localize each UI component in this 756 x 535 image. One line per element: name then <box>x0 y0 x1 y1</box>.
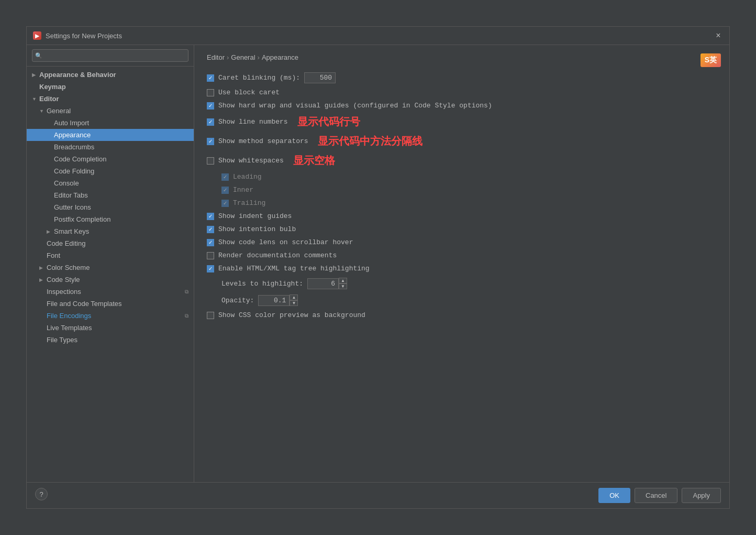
sidebar-item-code-completion[interactable]: Code Completion <box>27 153 194 165</box>
chevron-icon: ▶ <box>32 72 37 78</box>
show-intention-bulb-checkbox[interactable] <box>207 226 214 233</box>
sidebar-item-breadcrumbs[interactable]: Breadcrumbs <box>27 141 194 153</box>
show-css-color-label: Show CSS color preview as background <box>218 311 365 319</box>
use-block-caret-checkbox[interactable] <box>207 89 214 96</box>
sidebar-item-label: Inspections <box>47 288 81 296</box>
show-hard-wrap-checkbox[interactable] <box>207 102 214 110</box>
sidebar-item-editor[interactable]: ▼ Editor <box>27 93 194 105</box>
chevron-icon: ▶ <box>47 229 52 234</box>
leading-row: Leading <box>207 170 717 183</box>
enable-html-xml-checkbox[interactable] <box>207 265 214 272</box>
chevron-icon: ▶ <box>39 265 45 270</box>
show-intention-bulb-row: Show intention bulb <box>207 223 717 236</box>
sidebar-item-inspections[interactable]: Inspections ⧉ <box>27 286 194 298</box>
show-indent-guides-label: Show indent guides <box>218 212 292 220</box>
sidebar-item-gutter-icons[interactable]: Gutter Icons <box>27 201 194 213</box>
ok-button[interactable]: OK <box>598 488 630 503</box>
sidebar-item-label: Code Style <box>47 276 80 283</box>
title-bar: ▶ Settings for New Projects × <box>27 27 729 45</box>
sidebar-item-label: Editor <box>39 95 59 103</box>
sidebar-item-smart-keys[interactable]: ▶ Smart Keys <box>27 225 194 237</box>
sidebar-item-color-scheme[interactable]: ▶ Color Scheme <box>27 261 194 274</box>
opacity-spinner: ▲ ▼ <box>258 294 298 306</box>
show-line-numbers-row: Show line numbers 显示代码行号 <box>207 112 717 132</box>
sogi-badge: S英 <box>701 53 721 67</box>
dialog-footer: ? OK Cancel Apply <box>27 482 729 508</box>
inner-label: Inner <box>233 186 253 194</box>
close-button[interactable]: × <box>714 31 723 40</box>
caret-blinking-row: Caret blinking (ms): <box>207 70 717 86</box>
sidebar-item-editor-tabs[interactable]: Editor Tabs <box>27 189 194 201</box>
sidebar-item-label: Breadcrumbs <box>54 143 94 151</box>
caret-blinking-label: Caret blinking (ms): <box>218 74 300 82</box>
search-wrapper: 🔍 <box>32 49 188 62</box>
render-doc-comments-label: Render documentation comments <box>218 252 337 259</box>
levels-to-highlight-label: Levels to highlight: <box>221 280 303 288</box>
sidebar-item-appearance[interactable]: Appearance <box>27 129 194 141</box>
breadcrumb-appearance: Appearance <box>262 53 298 61</box>
opacity-input[interactable] <box>258 295 290 306</box>
enable-html-xml-row: Enable HTML/XML tag tree highlighting <box>207 262 717 275</box>
sidebar-item-code-folding[interactable]: Code Folding <box>27 165 194 177</box>
footer-left: ? <box>35 488 48 503</box>
levels-spinner: ▲ ▼ <box>307 278 347 289</box>
breadcrumb-general: General <box>231 53 255 61</box>
breadcrumb-editor: Editor <box>207 53 225 61</box>
show-css-color-row: Show CSS color preview as background <box>207 309 717 322</box>
show-hard-wrap-label: Show hard wrap and visual guides (config… <box>218 102 492 110</box>
dialog-body: 🔍 ▶ Appearance & Behavior Keymap ▼ <box>27 45 729 482</box>
use-block-caret-label: Use block caret <box>218 89 280 96</box>
opacity-down-button[interactable]: ▼ <box>290 300 298 306</box>
trailing-label: Trailing <box>233 199 265 207</box>
show-method-separators-checkbox[interactable] <box>207 138 214 145</box>
sidebar-item-file-types[interactable]: File Types <box>27 334 194 346</box>
show-hard-wrap-row: Show hard wrap and visual guides (config… <box>207 99 717 112</box>
levels-up-button[interactable]: ▲ <box>339 278 347 283</box>
leading-label: Leading <box>233 173 262 181</box>
sidebar-item-font[interactable]: Font <box>27 249 194 261</box>
app-icon: ▶ <box>33 31 41 40</box>
sidebar-item-label: Live Templates <box>47 324 92 332</box>
sidebar-item-console[interactable]: Console <box>27 177 194 189</box>
show-line-numbers-checkbox[interactable] <box>207 118 214 126</box>
sidebar-item-label: Smart Keys <box>54 227 89 235</box>
sidebar-item-label: Keymap <box>39 83 66 91</box>
chevron-icon: ▼ <box>32 96 37 102</box>
sidebar-item-label: General <box>47 107 71 115</box>
caret-blinking-input[interactable] <box>304 72 336 83</box>
sidebar-item-appearance-behavior[interactable]: ▶ Appearance & Behavior <box>27 69 194 81</box>
show-whitespaces-row: Show whitespaces 显示空格 <box>207 151 717 170</box>
search-input[interactable] <box>32 49 188 62</box>
cancel-button[interactable]: Cancel <box>635 488 677 503</box>
show-line-numbers-label: Show line numbers <box>218 118 288 126</box>
sidebar-item-code-style[interactable]: ▶ Code Style <box>27 274 194 286</box>
copy-icon: ⧉ <box>185 313 188 319</box>
sidebar-item-keymap[interactable]: Keymap <box>27 81 194 93</box>
caret-blinking-checkbox[interactable] <box>207 74 214 82</box>
sidebar-item-label: Console <box>54 179 79 187</box>
sidebar-item-postfix-completion[interactable]: Postfix Completion <box>27 213 194 225</box>
opacity-spinner-btns: ▲ ▼ <box>290 294 298 306</box>
levels-input[interactable] <box>307 278 339 289</box>
sidebar-item-file-code-templates[interactable]: File and Code Templates <box>27 298 194 310</box>
nav-tree: ▶ Appearance & Behavior Keymap ▼ Editor … <box>27 67 194 482</box>
show-indent-guides-checkbox[interactable] <box>207 213 214 220</box>
show-whitespaces-checkbox[interactable] <box>207 157 214 165</box>
show-whitespaces-label: Show whitespaces <box>218 157 284 165</box>
sidebar-item-file-encodings[interactable]: File Encodings ⧉ <box>27 310 194 322</box>
levels-down-button[interactable]: ▼ <box>339 283 347 289</box>
sidebar-item-auto-import[interactable]: Auto Import <box>27 117 194 129</box>
help-button[interactable]: ? <box>35 488 48 500</box>
show-line-numbers-annotation: 显示代码行号 <box>297 115 360 129</box>
sidebar-item-general[interactable]: ▼ General <box>27 105 194 117</box>
sidebar-item-label: File Encodings <box>47 312 91 320</box>
apply-button[interactable]: Apply <box>682 488 721 503</box>
sidebar-item-code-editing[interactable]: Code Editing <box>27 237 194 249</box>
sidebar-item-live-templates[interactable]: Live Templates <box>27 322 194 334</box>
sidebar-item-label: Code Completion <box>54 155 106 163</box>
render-doc-comments-checkbox[interactable] <box>207 252 214 259</box>
settings-dialog: ▶ Settings for New Projects × 🔍 ▶ Appear… <box>26 26 730 509</box>
show-css-color-checkbox[interactable] <box>207 312 214 319</box>
opacity-up-button[interactable]: ▲ <box>290 294 298 300</box>
show-code-lens-checkbox[interactable] <box>207 239 214 246</box>
